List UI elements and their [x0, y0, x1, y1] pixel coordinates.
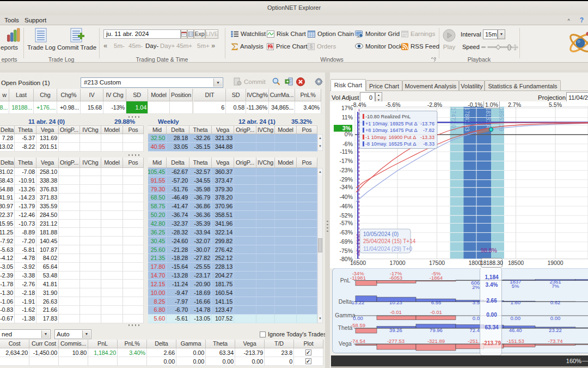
tab-volatility[interactable]: Volatility — [459, 80, 485, 91]
tab-movement-analysis[interactable]: Movement Analysis — [402, 80, 459, 91]
commit-trade-button[interactable]: Commit Trade — [56, 28, 98, 54]
summary-right-col-DIT[interactable]: DIT — [194, 89, 226, 101]
live-button[interactable]: LIVE — [205, 29, 218, 39]
summary-left-col-Chg%[interactable]: Chg% — [57, 89, 81, 101]
totals-col-PnL[interactable]: PnL — [88, 340, 118, 349]
near-expiry-col-Theta[interactable]: Theta — [15, 126, 36, 134]
expiry-splitter[interactable] — [128, 154, 140, 156]
exp-button[interactable]: Exp — [194, 29, 205, 39]
strikes-right-col-Vega[interactable]: Vega — [212, 158, 234, 168]
position-select[interactable]: #213 Custom▼ — [81, 77, 223, 88]
price-chart-button[interactable]: Price Chart — [267, 42, 308, 51]
monitor-grid-button[interactable]: Monitor Grid — [355, 29, 400, 38]
strikes-left-col-Delta[interactable]: Delta — [0, 158, 15, 168]
strikes-left-col-Pos[interactable]: Pos — [123, 158, 144, 168]
ignore-trades-checkbox[interactable]: Ignore Today's Trades — [260, 331, 327, 337]
totals-col-Theta[interactable]: Theta — [206, 340, 235, 349]
strikes-right-col-Pos[interactable]: Pos — [297, 158, 317, 168]
summary-left-col-IV[interactable]: IV — [81, 89, 103, 101]
strikes-left-col-Model[interactable]: Model — [101, 158, 123, 168]
nav-fwd-fast-icon[interactable]: » — [211, 41, 215, 50]
strikes-right-col-Model[interactable]: Model — [275, 158, 297, 168]
menu-support[interactable]: Support — [22, 16, 48, 24]
interval-select[interactable]: 15m — [483, 29, 498, 39]
summary-left-col-SD[interactable]: SD — [126, 89, 148, 101]
totals-col-Plot[interactable]: Plot — [294, 340, 323, 349]
totals-col-Gamma[interactable]: Gamma — [176, 340, 206, 349]
weekly-expiry-col-Delta[interactable]: Delta — [167, 126, 189, 134]
summary-left-col-IV Chg[interactable]: IV Chg — [103, 89, 126, 101]
auto-select-arrow-icon[interactable]: ▼ — [82, 330, 90, 338]
summary-right-col-CurrMa...[interactable]: CurrMa... — [269, 89, 295, 101]
option-chain-button[interactable]: Option Chain — [308, 29, 354, 38]
strikes-right-col-Mid[interactable]: Mid — [148, 158, 167, 168]
nav-5mplus[interactable]: 5m+ — [197, 43, 210, 49]
summary-left-col-Position[interactable]: Position — [170, 89, 193, 101]
strikes-left-col-IVChg[interactable]: IVChg — [80, 158, 101, 168]
weekly-expiry-col-OrigP...[interactable]: OrigP... — [234, 126, 256, 134]
nav-Dayminus[interactable]: Day- — [145, 43, 158, 49]
plot-mode-arrow-icon[interactable]: ▼ — [41, 330, 50, 338]
totals-col-Delta[interactable]: Delta — [147, 340, 176, 349]
position-select-arrow-icon[interactable]: ▼ — [213, 79, 222, 87]
plot-checkbox[interactable] — [305, 358, 311, 364]
strikes-right-col-Theta[interactable]: Theta — [189, 158, 212, 168]
strikes-right-col-OrigP...[interactable]: OrigP... — [234, 158, 256, 168]
trading-date-input[interactable]: ju. 11 abr. 2024 — [103, 29, 181, 39]
summary-right-col-SD[interactable]: SD — [226, 89, 246, 101]
scroll-up-icon[interactable]: ▲ — [318, 135, 322, 142]
vertical-splitter[interactable] — [325, 73, 330, 368]
summary-left-col-Last[interactable]: Last — [9, 89, 34, 101]
weekly-expiry-col-Model[interactable]: Model — [275, 126, 297, 134]
nav-45mminus[interactable]: 45m- — [128, 43, 143, 49]
totals-col-PnL%[interactable]: PnL% — [118, 340, 147, 349]
totals-col-Commis...[interactable]: Commis... — [59, 340, 88, 349]
rss-feed-button[interactable]: RSS Feed — [401, 42, 439, 51]
near-expiry-col-Delta[interactable]: Delta — [0, 126, 15, 134]
near-expiry-col-Pos[interactable]: Pos — [123, 126, 144, 134]
nav-back-fast-icon[interactable]: « — [103, 41, 107, 50]
commit-button[interactable]: Commit — [234, 77, 266, 86]
risk-chart-button[interactable]: Risk Chart — [267, 29, 306, 38]
nav-5mminus[interactable]: 5m- — [114, 43, 125, 49]
plot-mode-select[interactable]: ned▼ — [0, 329, 51, 339]
export-button[interactable] — [285, 77, 293, 86]
tab-price-chart[interactable]: Price Chart — [366, 80, 402, 91]
zoom-slider-start[interactable]: — — [582, 357, 588, 364]
analysis-button[interactable]: Analysis — [231, 42, 264, 51]
scroll-down-icon[interactable]: ▼ — [318, 142, 322, 150]
near-expiry-col-Vega[interactable]: Vega — [36, 126, 59, 134]
scroll-up-icon[interactable]: ▲ — [318, 168, 322, 176]
totals-col-Cost[interactable]: Cost — [0, 340, 29, 349]
summary-left-col-w[interactable]: w — [0, 89, 9, 101]
ribbon-collapse-icon[interactable]: ^ — [567, 18, 569, 23]
totals-col-Curr Cost[interactable]: Curr Cost — [29, 340, 59, 349]
totals-col-Vega[interactable]: Vega — [235, 340, 265, 349]
nav-Dayplus[interactable]: Day+ — [160, 43, 175, 49]
weekly-expiry-col-Pos[interactable]: Pos — [297, 126, 317, 134]
search-button[interactable] — [272, 77, 280, 86]
near-expiry-col-IVChg[interactable]: IVChg — [80, 126, 101, 134]
tab-statistics-fundamentals[interactable]: Statistics & Fundamentals — [485, 80, 561, 91]
interval-dropdown-button[interactable]: ▼ — [498, 29, 505, 39]
windows-expand-button[interactable] — [431, 57, 437, 62]
scroll-thumb[interactable] — [318, 238, 322, 252]
monitor-dock-button[interactable]: Monitor Dock — [355, 42, 402, 51]
trade-log-button[interactable]: Trade Log — [25, 28, 58, 54]
summary-left-col-Chg[interactable]: Chg — [34, 89, 57, 101]
calendar-button[interactable] — [181, 29, 187, 39]
auto-select[interactable]: Auto▼ — [54, 329, 91, 339]
weekly-expiry-col-IVChg[interactable]: IVChg — [256, 126, 275, 134]
weekly-expiry-col-Mid[interactable]: Mid — [148, 126, 167, 134]
strikes-left-col-Vega[interactable]: Vega — [36, 158, 59, 168]
totals-splitter[interactable] — [128, 324, 140, 326]
help-icon[interactable]: ? — [580, 16, 584, 24]
summary-right-col-PnL%[interactable]: PnL% — [295, 89, 321, 101]
reports-button[interactable]: eports — [0, 28, 26, 54]
strikes-scrollbar[interactable]: ▲▼ — [317, 168, 323, 323]
menu-tools[interactable]: Tools — [2, 16, 21, 24]
weekly-top-scrollbar[interactable]: ▲▼ — [317, 134, 323, 151]
time-toggle-button[interactable] — [187, 29, 194, 39]
strikes-right-col-Delta[interactable]: Delta — [167, 158, 189, 168]
watchlist-button[interactable]: Watchlist — [231, 29, 266, 38]
